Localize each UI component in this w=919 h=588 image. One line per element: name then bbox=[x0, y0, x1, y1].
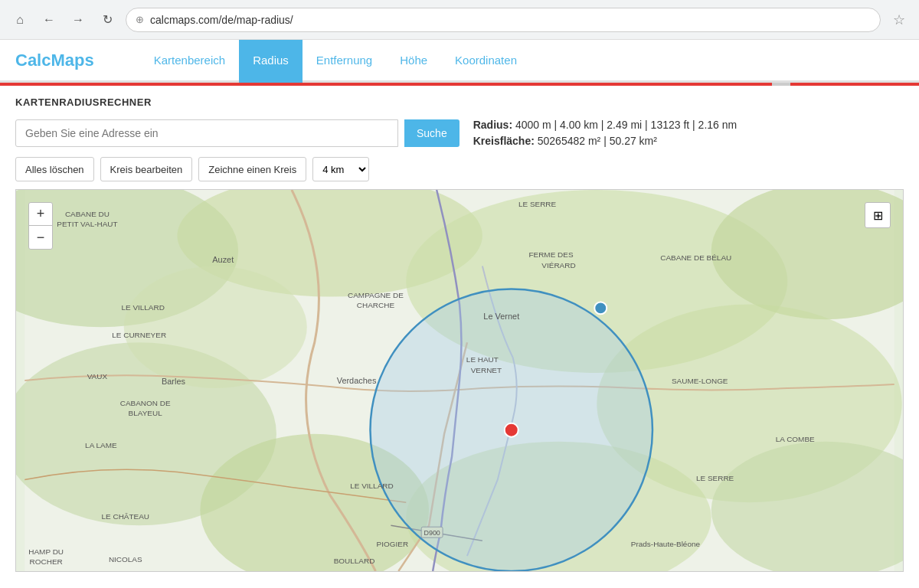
draw-circle-button[interactable]: Zeichne einen Kreis bbox=[198, 157, 306, 181]
svg-text:Verdaches: Verdaches bbox=[337, 376, 377, 385]
svg-text:D900: D900 bbox=[424, 529, 440, 537]
svg-text:Prads-Haute-Bléone: Prads-Haute-Bléone bbox=[631, 540, 701, 548]
search-row: Suche Radius: 4000 m | 4.00 km | 2.49 mi… bbox=[15, 117, 904, 149]
svg-text:LE CURNEYER: LE CURNEYER bbox=[112, 331, 166, 339]
svg-text:CABANE DE BÉLAU: CABANE DE BÉLAU bbox=[660, 253, 731, 262]
svg-text:VIÉRARD: VIÉRARD bbox=[541, 261, 575, 270]
page-title: KARTENRADIUSRECHNER bbox=[15, 96, 904, 108]
svg-text:Le Vernet: Le Vernet bbox=[483, 312, 519, 321]
layer-button[interactable]: ⊞ bbox=[865, 202, 891, 228]
nav-radius[interactable]: Radius bbox=[239, 40, 303, 83]
zoom-out-button[interactable]: − bbox=[29, 226, 52, 249]
nav-kartenbereich[interactable]: Kartenbereich bbox=[140, 40, 239, 83]
edit-circle-button[interactable]: Kreis bearbeiten bbox=[100, 157, 193, 181]
nav-hoehe[interactable]: Höhe bbox=[386, 40, 441, 83]
search-button[interactable]: Suche bbox=[404, 119, 460, 147]
svg-point-14 bbox=[594, 302, 607, 314]
browser-chrome: ⌂ ← → ↻ ⊕ calcmaps.com/de/map-radius/ ☆ bbox=[0, 0, 919, 40]
url-text: calcmaps.com/de/map-radius/ bbox=[150, 14, 293, 26]
svg-text:CABANON DE: CABANON DE bbox=[120, 399, 171, 407]
logo[interactable]: CalcMaps bbox=[15, 51, 94, 70]
svg-text:LE SERRE: LE SERRE bbox=[518, 200, 557, 208]
svg-text:NICOLAS: NICOLAS bbox=[109, 555, 142, 564]
svg-text:LE HAUT: LE HAUT bbox=[466, 355, 499, 364]
main-content: KARTENRADIUSRECHNER Suche Radius: 4000 m… bbox=[0, 86, 919, 572]
svg-text:LA COMBE: LA COMBE bbox=[776, 435, 815, 443]
bookmark-button[interactable]: ☆ bbox=[888, 9, 910, 31]
url-bar[interactable]: ⊕ calcmaps.com/de/map-radius/ bbox=[126, 8, 881, 32]
nav-koordinaten[interactable]: Koordinaten bbox=[441, 40, 531, 83]
app-header: CalcMaps Kartenbereich Radius Entfernung… bbox=[0, 40, 919, 83]
svg-text:BLAYEUL: BLAYEUL bbox=[129, 409, 163, 417]
nav-entfernung[interactable]: Entfernung bbox=[303, 40, 386, 83]
back-button[interactable]: ← bbox=[38, 9, 60, 31]
svg-text:CHARCHE: CHARCHE bbox=[357, 301, 395, 309]
svg-text:PIOGIER: PIOGIER bbox=[377, 540, 408, 548]
layer-icon: ⊞ bbox=[873, 208, 883, 223]
svg-text:ROCHER: ROCHER bbox=[30, 557, 63, 566]
svg-text:FERME DES: FERME DES bbox=[528, 250, 573, 259]
svg-text:PETIT VAL-HAUT: PETIT VAL-HAUT bbox=[57, 220, 117, 228]
main-nav: Kartenbereich Radius Entfernung Höhe Koo… bbox=[140, 40, 531, 80]
svg-text:BOULLARD: BOULLARD bbox=[334, 557, 375, 565]
svg-text:HAMP DU: HAMP DU bbox=[28, 547, 64, 556]
svg-text:VAUX: VAUX bbox=[87, 372, 108, 381]
svg-text:SAUME-LONGE: SAUME-LONGE bbox=[672, 377, 728, 385]
svg-text:Auzet: Auzet bbox=[212, 255, 234, 264]
svg-text:LE SERRE: LE SERRE bbox=[696, 474, 734, 482]
svg-text:Barles: Barles bbox=[162, 377, 186, 386]
zoom-in-button[interactable]: + bbox=[29, 203, 52, 226]
map-container[interactable]: + − ⊞ bbox=[15, 189, 904, 572]
radius-value: 4000 m | 4.00 km | 2.49 mi | 13123 ft | … bbox=[515, 119, 737, 131]
reload-button[interactable]: ↻ bbox=[96, 9, 118, 31]
clear-button[interactable]: Alles löschen bbox=[15, 157, 94, 181]
svg-text:LE VILLARD: LE VILLARD bbox=[350, 482, 393, 490]
radius-label: Radius: bbox=[473, 119, 512, 131]
svg-text:LE VILLARD: LE VILLARD bbox=[121, 303, 164, 312]
controls-row: Alles löschen Kreis bearbeiten Zeichne e… bbox=[15, 157, 904, 181]
kreisflaeche-label: Kreisfläche: bbox=[473, 135, 535, 147]
svg-text:LA LAME: LA LAME bbox=[85, 441, 117, 449]
forward-button[interactable]: → bbox=[67, 9, 89, 31]
svg-text:CABANE DU: CABANE DU bbox=[65, 210, 110, 218]
svg-text:VERNET: VERNET bbox=[471, 366, 502, 374]
svg-text:CAMPAGNE DE: CAMPAGNE DE bbox=[348, 291, 404, 299]
svg-point-13 bbox=[505, 423, 518, 437]
kreisflaeche-value: 50265482 m² | 50.27 km² bbox=[538, 135, 657, 147]
home-button[interactable]: ⌂ bbox=[9, 9, 31, 31]
radius-select[interactable]: 1 km 2 km 4 km 5 km 10 km 25 km 50 km bbox=[312, 157, 369, 181]
address-input[interactable] bbox=[15, 119, 398, 147]
svg-point-10 bbox=[124, 266, 307, 388]
lock-icon: ⊕ bbox=[136, 14, 144, 25]
zoom-controls: + − bbox=[28, 202, 53, 250]
radius-info: Radius: 4000 m | 4.00 km | 2.49 mi | 131… bbox=[473, 117, 737, 149]
svg-text:LE CHÂTEAU: LE CHÂTEAU bbox=[102, 512, 150, 521]
